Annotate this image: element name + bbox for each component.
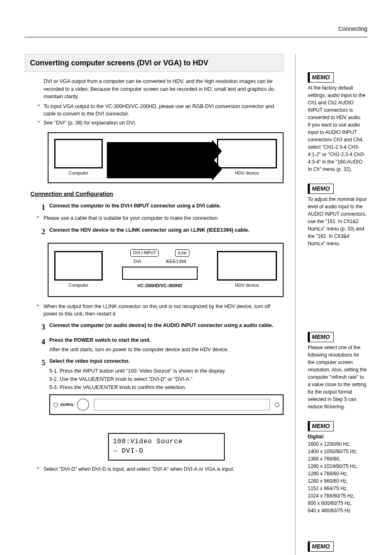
step-4: 4 Press the POWER switch to start the un… [37, 336, 284, 353]
step3-title: Connect the computer (or audio device) t… [49, 322, 284, 329]
memo-3: MEMO Please select one of the following … [308, 332, 367, 410]
step2-title: Connect the HDV device to the i.LINK con… [49, 226, 284, 234]
diagram2-left-caption: Computer [69, 282, 88, 289]
lcd-line2: → DVI-D [113, 447, 220, 456]
step5-title: Select the video input connector. [49, 357, 284, 365]
port-ilink: iLink [175, 249, 189, 257]
step4-title: Press the POWER switch to start the unit… [49, 336, 284, 344]
step-1: 1 Connect the computer to the DVI-I INPU… [37, 202, 284, 213]
memo-badge-label: MEMO [310, 185, 330, 192]
memo1-text: At the factory default settings, audio i… [308, 84, 367, 173]
label-dvi: DVI [134, 258, 141, 265]
lcd-line1: 100:Video Source [113, 437, 220, 447]
top-note-1: To input VGA output to the VC-300HD/VC-2… [38, 103, 284, 117]
front-panel-illustration: EDIROL [49, 394, 284, 415]
step1-title: Connect the computer to the DVI-I INPUT … [49, 202, 284, 210]
step5-sub1: 5-1. Press the INPUT button until "100: … [49, 367, 284, 375]
memo-badge-label: MEMO [310, 423, 330, 429]
step-3: 3 Connect the computer (or audio device)… [37, 322, 284, 332]
memo-5: MEMO If the device does not recognize in… [308, 541, 367, 555]
memo-badge-label: MEMO [310, 543, 330, 550]
memo3-text: Please select one of the following resol… [308, 344, 367, 410]
memo4-label: Digital: [308, 433, 367, 440]
top-note-2: See "DVI" (p. 38) for explanation on DVI… [38, 119, 284, 127]
diagram1-right-caption: HDV device [235, 170, 259, 177]
columns: Converting computer screens (DVI or VGA)… [25, 54, 367, 555]
step4-body: After the unit starts, turn on power to … [49, 346, 284, 353]
page: Connecting Converting computer screens (… [0, 0, 392, 555]
step5-note: Select "DVI-D" when DVI-D is input, and … [37, 465, 284, 473]
step-5: 5 Select the video input connector. 5-1.… [37, 357, 284, 461]
memo2-text: To adjust the nominal input level of aud… [308, 196, 367, 247]
value-enter-knob-icon [77, 398, 89, 411]
step1-note: Please use a cable that is suitable for … [37, 214, 284, 222]
label-ieee1394: IEEE1394 [166, 258, 186, 265]
diagram1-left-caption: Computer [69, 170, 88, 177]
memo4-list: 1600 x 1200/60 Hz, 1400 x 1050/60/75 Hz,… [308, 440, 367, 514]
memo-badge-label: MEMO [310, 74, 330, 81]
diagram-connection: Computer DVI-I INPUT iLink DVI IEEE1394 … [48, 243, 284, 297]
memo-4: MEMO Digital: 1600 x 1200/60 Hz, 1400 x … [308, 421, 367, 514]
memo-2: MEMO To adjust the nominal input level o… [308, 184, 367, 247]
diagram2-mid-label: VC-200HD/VC-300HD [133, 281, 186, 290]
main-column: Converting computer screens (DVI or VGA)… [25, 54, 295, 555]
page-title: Converting computer screens (DVI or VGA)… [25, 54, 284, 72]
lcd-display: 100:Video Source → DVI-D [108, 433, 225, 460]
header-section: Connecting [25, 25, 367, 33]
step5-sub3: 5-3. Press the VALUE/ENTER knob to confi… [49, 384, 284, 391]
memo5-text: If the device does not recognize input f… [308, 553, 367, 555]
step5-sub2: 5-2. Use the VALUE/ENTER knob to select … [49, 375, 284, 383]
port-dvi-i-input: DVI-I INPUT [130, 249, 159, 257]
step2-note: When the output from the i.LINK connecto… [37, 303, 284, 318]
panel-brand: EDIROL [60, 402, 74, 408]
step-2: 2 Connect the HDV device to the i.LINK c… [37, 226, 284, 237]
intro-text: DVI or VGA output from a computer can be… [44, 78, 284, 100]
sidebar: MEMO At the factory default settings, au… [308, 54, 367, 555]
subheading: Connection and Configuration [30, 190, 284, 198]
header-rule [25, 37, 367, 37]
memo-1: MEMO At the factory default settings, au… [308, 72, 367, 173]
diagram2-right-caption: HDV device [235, 282, 259, 289]
memo-badge-label: MEMO [310, 334, 330, 340]
diagram-overview: Computer VC-200HD / VC-300HD HDV device [48, 132, 284, 183]
